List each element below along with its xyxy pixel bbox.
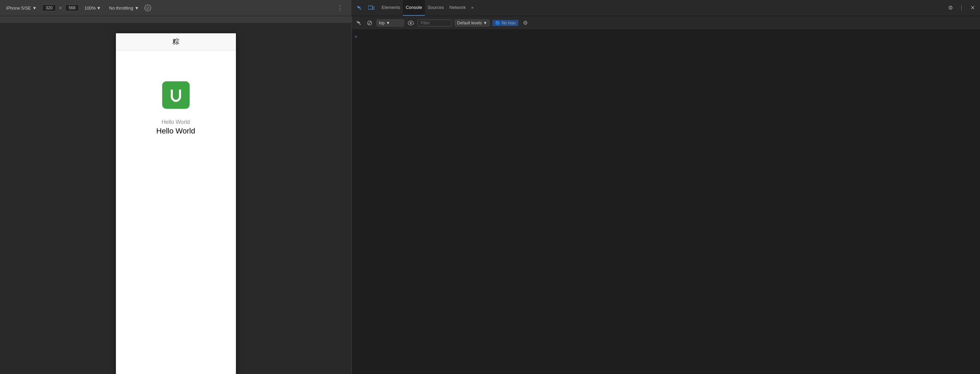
context-value: top <box>379 21 385 26</box>
svg-point-6 <box>410 22 412 24</box>
console-output: > <box>352 30 980 374</box>
dimension-separator: ✕ <box>59 5 62 11</box>
devtools-close-icon[interactable]: ✕ <box>968 3 977 13</box>
throttle-selector[interactable]: No throttling ▼ <box>106 4 142 12</box>
ruler-horizontal <box>0 16 352 23</box>
device-status-bar: 粽 <box>116 33 236 50</box>
levels-value: Default levels <box>457 21 482 26</box>
console-eye-icon[interactable] <box>407 19 415 27</box>
no-issues-text: No Issu <box>502 21 516 26</box>
svg-rect-0 <box>368 6 372 9</box>
devtools-left-icons <box>352 0 379 16</box>
tab-more[interactable]: » <box>468 0 476 16</box>
console-toolbar: top ▼ Default levels ▼ 🔵 No Issu <box>352 16 980 30</box>
inspect-icon[interactable] <box>354 3 364 13</box>
devtools-right-icons: ⚙ ⋮ ✕ <box>943 0 980 16</box>
tab-elements[interactable]: Elements <box>379 0 403 16</box>
console-inspect-icon[interactable] <box>355 19 363 27</box>
no-network-icon[interactable]: ⊘ <box>144 5 151 11</box>
app-logo-svg <box>167 86 185 104</box>
filter-input[interactable] <box>418 19 452 26</box>
throttle-dropdown-icon: ▼ <box>134 5 139 11</box>
device-content: Hello World Hello World <box>116 50 236 374</box>
tab-network[interactable]: Network <box>447 0 469 16</box>
toolbar-more-button[interactable]: ⋮ <box>333 4 348 12</box>
device-dropdown-icon: ▼ <box>32 5 37 11</box>
zoom-selector[interactable]: 100% ▼ <box>82 4 103 12</box>
main-area: 粽 Hello World Hello World <box>0 16 980 374</box>
hello-world-subtitle: Hello World <box>162 119 189 125</box>
top-toolbar: iPhone 5/SE ▼ ✕ 100% ▼ No throttling ▼ ⊘… <box>0 0 980 16</box>
device-selector[interactable]: iPhone 5/SE ▼ <box>3 4 40 12</box>
devtools-more-icon[interactable]: ⋮ <box>957 3 966 13</box>
tab-sources[interactable]: Sources <box>425 0 447 16</box>
device-frame: 粽 Hello World Hello World <box>116 33 236 374</box>
no-issues-badge[interactable]: 🔵 No Issu <box>492 20 519 26</box>
throttle-value: No throttling <box>109 5 133 11</box>
responsive-icon[interactable] <box>367 3 376 13</box>
height-input[interactable] <box>65 5 79 11</box>
levels-dropdown-icon: ▼ <box>483 21 487 26</box>
zoom-dropdown-icon: ▼ <box>96 5 101 11</box>
status-bar-char: 粽 <box>172 37 179 46</box>
device-frame-container: 粽 Hello World Hello World <box>0 23 352 374</box>
console-settings-icon[interactable]: ⚙ <box>521 19 530 27</box>
prompt-arrow: > <box>355 34 357 40</box>
devtools-panel: top ▼ Default levels ▼ 🔵 No Issu <box>352 16 980 374</box>
zoom-value: 100% <box>84 5 95 11</box>
toolbar-left: iPhone 5/SE ▼ ✕ 100% ▼ No throttling ▼ ⊘… <box>0 4 352 12</box>
width-input[interactable] <box>42 5 56 11</box>
devtools-tabs: Elements Console Sources Network » ⚙ ⋮ ✕ <box>352 0 980 16</box>
viewport-area: 粽 Hello World Hello World <box>0 16 352 374</box>
console-prompt[interactable]: > <box>355 34 977 40</box>
hello-world-title: Hello World <box>156 126 195 136</box>
more-tabs-icon: » <box>471 5 474 10</box>
context-dropdown-icon: ▼ <box>386 21 390 26</box>
tab-console[interactable]: Console <box>403 0 425 16</box>
app-logo <box>162 82 189 109</box>
levels-dropdown[interactable]: Default levels ▼ <box>455 19 490 26</box>
no-issues-icon: 🔵 <box>495 21 500 26</box>
svg-rect-1 <box>373 7 374 9</box>
svg-line-4 <box>368 21 371 25</box>
device-name: iPhone 5/SE <box>6 5 31 11</box>
console-clear-icon[interactable] <box>366 19 374 27</box>
context-dropdown[interactable]: top ▼ <box>377 19 404 26</box>
devtools-settings-icon[interactable]: ⚙ <box>946 3 955 13</box>
